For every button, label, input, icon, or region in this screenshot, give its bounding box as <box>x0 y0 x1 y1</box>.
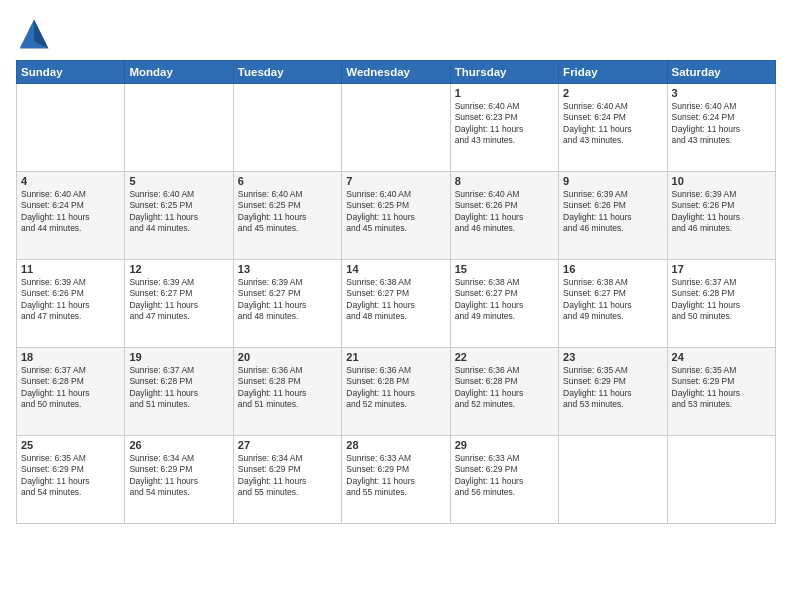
calendar-cell: 19Sunrise: 6:37 AM Sunset: 6:28 PM Dayli… <box>125 348 233 436</box>
day-number: 24 <box>672 351 771 363</box>
header <box>16 16 776 52</box>
day-number: 4 <box>21 175 120 187</box>
day-number: 25 <box>21 439 120 451</box>
day-info: Sunrise: 6:37 AM Sunset: 6:28 PM Dayligh… <box>21 365 120 411</box>
weekday-header-monday: Monday <box>125 61 233 84</box>
day-info: Sunrise: 6:38 AM Sunset: 6:27 PM Dayligh… <box>563 277 662 323</box>
calendar-cell: 6Sunrise: 6:40 AM Sunset: 6:25 PM Daylig… <box>233 172 341 260</box>
day-number: 11 <box>21 263 120 275</box>
calendar-cell: 25Sunrise: 6:35 AM Sunset: 6:29 PM Dayli… <box>17 436 125 524</box>
day-number: 12 <box>129 263 228 275</box>
header-row: SundayMondayTuesdayWednesdayThursdayFrid… <box>17 61 776 84</box>
day-number: 8 <box>455 175 554 187</box>
day-info: Sunrise: 6:37 AM Sunset: 6:28 PM Dayligh… <box>129 365 228 411</box>
calendar-cell: 5Sunrise: 6:40 AM Sunset: 6:25 PM Daylig… <box>125 172 233 260</box>
calendar-cell <box>233 84 341 172</box>
calendar-cell: 15Sunrise: 6:38 AM Sunset: 6:27 PM Dayli… <box>450 260 558 348</box>
day-number: 20 <box>238 351 337 363</box>
day-info: Sunrise: 6:40 AM Sunset: 6:25 PM Dayligh… <box>346 189 445 235</box>
day-number: 2 <box>563 87 662 99</box>
day-info: Sunrise: 6:40 AM Sunset: 6:24 PM Dayligh… <box>21 189 120 235</box>
weekday-header-friday: Friday <box>559 61 667 84</box>
day-info: Sunrise: 6:38 AM Sunset: 6:27 PM Dayligh… <box>346 277 445 323</box>
day-info: Sunrise: 6:34 AM Sunset: 6:29 PM Dayligh… <box>238 453 337 499</box>
day-info: Sunrise: 6:40 AM Sunset: 6:23 PM Dayligh… <box>455 101 554 147</box>
day-number: 10 <box>672 175 771 187</box>
calendar-week-3: 11Sunrise: 6:39 AM Sunset: 6:26 PM Dayli… <box>17 260 776 348</box>
day-number: 28 <box>346 439 445 451</box>
day-number: 27 <box>238 439 337 451</box>
day-info: Sunrise: 6:36 AM Sunset: 6:28 PM Dayligh… <box>455 365 554 411</box>
calendar-cell <box>125 84 233 172</box>
logo-icon <box>16 16 52 52</box>
day-number: 19 <box>129 351 228 363</box>
day-number: 14 <box>346 263 445 275</box>
day-info: Sunrise: 6:40 AM Sunset: 6:24 PM Dayligh… <box>672 101 771 147</box>
calendar-cell: 3Sunrise: 6:40 AM Sunset: 6:24 PM Daylig… <box>667 84 775 172</box>
day-info: Sunrise: 6:40 AM Sunset: 6:25 PM Dayligh… <box>129 189 228 235</box>
calendar-week-4: 18Sunrise: 6:37 AM Sunset: 6:28 PM Dayli… <box>17 348 776 436</box>
day-info: Sunrise: 6:40 AM Sunset: 6:24 PM Dayligh… <box>563 101 662 147</box>
day-number: 6 <box>238 175 337 187</box>
calendar-cell: 16Sunrise: 6:38 AM Sunset: 6:27 PM Dayli… <box>559 260 667 348</box>
day-number: 23 <box>563 351 662 363</box>
day-info: Sunrise: 6:35 AM Sunset: 6:29 PM Dayligh… <box>563 365 662 411</box>
day-info: Sunrise: 6:36 AM Sunset: 6:28 PM Dayligh… <box>238 365 337 411</box>
calendar-cell: 14Sunrise: 6:38 AM Sunset: 6:27 PM Dayli… <box>342 260 450 348</box>
day-number: 5 <box>129 175 228 187</box>
calendar-cell: 9Sunrise: 6:39 AM Sunset: 6:26 PM Daylig… <box>559 172 667 260</box>
day-number: 7 <box>346 175 445 187</box>
calendar-cell <box>559 436 667 524</box>
day-info: Sunrise: 6:39 AM Sunset: 6:26 PM Dayligh… <box>563 189 662 235</box>
weekday-header-thursday: Thursday <box>450 61 558 84</box>
day-info: Sunrise: 6:35 AM Sunset: 6:29 PM Dayligh… <box>672 365 771 411</box>
calendar-cell: 7Sunrise: 6:40 AM Sunset: 6:25 PM Daylig… <box>342 172 450 260</box>
calendar-week-1: 1Sunrise: 6:40 AM Sunset: 6:23 PM Daylig… <box>17 84 776 172</box>
calendar-cell: 11Sunrise: 6:39 AM Sunset: 6:26 PM Dayli… <box>17 260 125 348</box>
calendar-cell: 27Sunrise: 6:34 AM Sunset: 6:29 PM Dayli… <box>233 436 341 524</box>
day-number: 15 <box>455 263 554 275</box>
calendar-body: 1Sunrise: 6:40 AM Sunset: 6:23 PM Daylig… <box>17 84 776 524</box>
calendar-cell: 13Sunrise: 6:39 AM Sunset: 6:27 PM Dayli… <box>233 260 341 348</box>
day-info: Sunrise: 6:33 AM Sunset: 6:29 PM Dayligh… <box>455 453 554 499</box>
calendar-cell: 18Sunrise: 6:37 AM Sunset: 6:28 PM Dayli… <box>17 348 125 436</box>
calendar-table: SundayMondayTuesdayWednesdayThursdayFrid… <box>16 60 776 524</box>
day-info: Sunrise: 6:36 AM Sunset: 6:28 PM Dayligh… <box>346 365 445 411</box>
weekday-header-wednesday: Wednesday <box>342 61 450 84</box>
day-info: Sunrise: 6:33 AM Sunset: 6:29 PM Dayligh… <box>346 453 445 499</box>
logo <box>16 16 58 52</box>
calendar-cell: 12Sunrise: 6:39 AM Sunset: 6:27 PM Dayli… <box>125 260 233 348</box>
day-info: Sunrise: 6:39 AM Sunset: 6:26 PM Dayligh… <box>672 189 771 235</box>
calendar-cell: 22Sunrise: 6:36 AM Sunset: 6:28 PM Dayli… <box>450 348 558 436</box>
page: SundayMondayTuesdayWednesdayThursdayFrid… <box>0 0 792 612</box>
day-info: Sunrise: 6:37 AM Sunset: 6:28 PM Dayligh… <box>672 277 771 323</box>
day-number: 13 <box>238 263 337 275</box>
calendar-cell: 24Sunrise: 6:35 AM Sunset: 6:29 PM Dayli… <box>667 348 775 436</box>
day-number: 22 <box>455 351 554 363</box>
calendar-cell: 8Sunrise: 6:40 AM Sunset: 6:26 PM Daylig… <box>450 172 558 260</box>
day-info: Sunrise: 6:40 AM Sunset: 6:26 PM Dayligh… <box>455 189 554 235</box>
day-info: Sunrise: 6:34 AM Sunset: 6:29 PM Dayligh… <box>129 453 228 499</box>
weekday-header-saturday: Saturday <box>667 61 775 84</box>
day-info: Sunrise: 6:39 AM Sunset: 6:26 PM Dayligh… <box>21 277 120 323</box>
calendar-cell: 21Sunrise: 6:36 AM Sunset: 6:28 PM Dayli… <box>342 348 450 436</box>
day-info: Sunrise: 6:38 AM Sunset: 6:27 PM Dayligh… <box>455 277 554 323</box>
calendar-cell <box>17 84 125 172</box>
calendar-cell: 4Sunrise: 6:40 AM Sunset: 6:24 PM Daylig… <box>17 172 125 260</box>
calendar-cell: 2Sunrise: 6:40 AM Sunset: 6:24 PM Daylig… <box>559 84 667 172</box>
day-number: 26 <box>129 439 228 451</box>
day-info: Sunrise: 6:40 AM Sunset: 6:25 PM Dayligh… <box>238 189 337 235</box>
calendar-cell <box>342 84 450 172</box>
day-number: 16 <box>563 263 662 275</box>
calendar-cell: 10Sunrise: 6:39 AM Sunset: 6:26 PM Dayli… <box>667 172 775 260</box>
day-info: Sunrise: 6:35 AM Sunset: 6:29 PM Dayligh… <box>21 453 120 499</box>
calendar-cell <box>667 436 775 524</box>
calendar-week-5: 25Sunrise: 6:35 AM Sunset: 6:29 PM Dayli… <box>17 436 776 524</box>
day-number: 1 <box>455 87 554 99</box>
calendar-cell: 1Sunrise: 6:40 AM Sunset: 6:23 PM Daylig… <box>450 84 558 172</box>
day-number: 3 <box>672 87 771 99</box>
weekday-header-sunday: Sunday <box>17 61 125 84</box>
calendar-week-2: 4Sunrise: 6:40 AM Sunset: 6:24 PM Daylig… <box>17 172 776 260</box>
calendar-cell: 26Sunrise: 6:34 AM Sunset: 6:29 PM Dayli… <box>125 436 233 524</box>
day-number: 9 <box>563 175 662 187</box>
